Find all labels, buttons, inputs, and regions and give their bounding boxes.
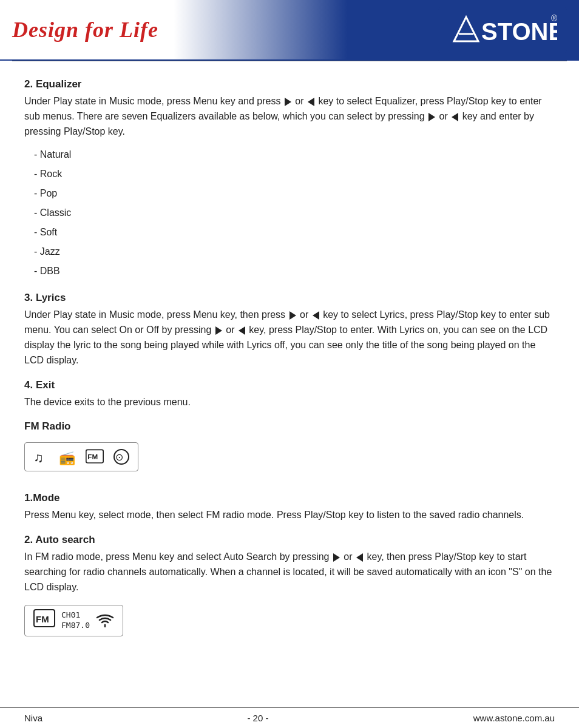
fm-radio-icon-box: ♫ 📻 FM ⊙ <box>24 442 138 471</box>
brand-logo: STONE ® <box>438 7 567 53</box>
arrow-right-icon-3 <box>290 311 296 320</box>
svg-text:STONE: STONE <box>481 18 557 45</box>
arrow-right-icon-1 <box>285 98 291 106</box>
svg-text:♫: ♫ <box>33 450 44 465</box>
svg-text:®: ® <box>551 13 557 23</box>
section-exit-body: The device exits to the previous menu. <box>24 395 555 410</box>
page-footer: Niva - 20 - www.astone.com.au <box>0 707 579 728</box>
eq-item-soft: - Soft <box>34 223 555 242</box>
section-mode-title: 1.Mode <box>24 492 555 504</box>
wifi-signal-icon <box>96 612 114 630</box>
music-note-icon: ♫ <box>32 448 50 466</box>
channel-info: CH01 FM87.0 <box>61 610 90 631</box>
arrow-right-icon-2 <box>428 113 435 121</box>
section-fm-radio-title: FM Radio <box>24 420 555 433</box>
section-autosearch-title: 2. Auto search <box>24 534 555 546</box>
eq-item-dbb: - DBB <box>34 261 555 281</box>
channel-display-box: FM CH01 FM87.0 <box>24 605 123 636</box>
fm-badge-icon: FM <box>86 448 104 466</box>
svg-marker-0 <box>454 17 478 41</box>
page-header: Design for Life STONE ® <box>0 0 579 61</box>
footer-center: - 20 - <box>247 713 268 723</box>
arrow-left-icon-3 <box>313 311 319 320</box>
channel-freq: FM87.0 <box>61 621 90 631</box>
arrow-right-icon-5 <box>333 553 340 562</box>
radio-signal-icon: 📻 <box>59 448 77 466</box>
eq-item-natural: - Natural <box>34 145 555 164</box>
section-lyrics-title: 3. Lyrics <box>24 292 555 304</box>
eq-item-pop: - Pop <box>34 184 555 203</box>
svg-text:📻: 📻 <box>59 450 76 466</box>
section-autosearch-body: In FM radio mode, press Menu key and sel… <box>24 550 555 595</box>
channel-number: CH01 <box>61 610 90 621</box>
eq-item-jazz: - Jazz <box>34 242 555 261</box>
fm-channel-icon: FM <box>33 609 55 632</box>
equalizer-list: - Natural - Rock - Pop - Classic - Soft … <box>34 145 555 281</box>
eq-item-rock: - Rock <box>34 164 555 184</box>
svg-text:⊙: ⊙ <box>115 452 123 462</box>
section-equalizer-title: 2. Equalizer <box>24 78 555 90</box>
eq-item-classic: - Classic <box>34 203 555 223</box>
arrow-left-icon-2 <box>452 113 458 121</box>
main-content: 2. Equalizer Under Play state in Music m… <box>0 61 579 682</box>
satellite-icon: ⊙ <box>112 448 130 466</box>
section-exit-title: 4. Exit <box>24 379 555 391</box>
section-lyrics-body: Under Play state in Music mode, press Me… <box>24 308 555 368</box>
arrow-right-icon-4 <box>215 326 222 335</box>
section-equalizer-body: Under Play state in Music mode, press Me… <box>24 94 555 139</box>
svg-text:FM: FM <box>87 453 98 461</box>
footer-left: Niva <box>24 713 42 723</box>
footer-right: www.astone.com.au <box>473 713 555 723</box>
arrow-left-icon-1 <box>308 98 314 106</box>
svg-text:FM: FM <box>36 614 49 624</box>
section-mode-body: Press Menu key, select mode, then select… <box>24 508 555 523</box>
arrow-left-icon-4 <box>239 326 245 335</box>
arrow-left-icon-5 <box>356 553 363 562</box>
astone-logo-svg: STONE ® <box>448 12 557 46</box>
tagline-logo: Design for Life <box>12 17 158 42</box>
